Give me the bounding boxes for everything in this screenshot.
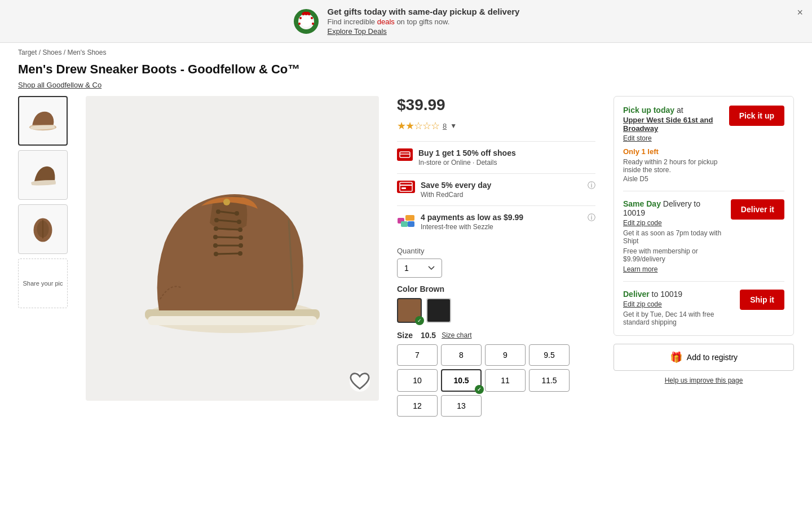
size-btn-11[interactable]: 11 (485, 369, 526, 392)
svg-rect-42 (405, 215, 414, 221)
sezzle-info-icon[interactable]: ⓘ (588, 213, 595, 223)
svg-rect-35 (148, 316, 317, 325)
pickup-title: Pick up today at (623, 106, 722, 115)
size-chart-link[interactable]: Size chart (442, 331, 471, 339)
size-label: Size 10.5 Size chart (397, 331, 595, 340)
svg-line-20 (217, 253, 239, 254)
wishlist-button[interactable] (350, 371, 370, 392)
color-swatch-black[interactable] (426, 298, 451, 323)
wreath-icon (293, 8, 320, 35)
page-header: Men's Drew Sneaker Boots - Goodfellow & … (0, 62, 812, 96)
learn-more-link[interactable]: Learn more (623, 265, 724, 273)
svg-point-21 (216, 209, 220, 214)
product-details: $39.99 ★★☆☆☆ 8 ▼ Buy 1 get 1 50% off sho… (392, 96, 600, 426)
size-btn-7[interactable]: 7 (397, 344, 438, 366)
size-btn-8[interactable]: 8 (441, 344, 482, 366)
shop-all-link[interactable]: Shop all Goodfellow & Co (18, 81, 102, 89)
svg-point-4 (304, 12, 308, 15)
svg-point-25 (213, 243, 218, 248)
thumbnail-3[interactable] (18, 204, 68, 254)
size-selected-check: ✓ (475, 385, 484, 394)
edit-zip-2-link[interactable]: Edit zip code (623, 300, 733, 308)
size-btn-115[interactable]: 11.5 (529, 369, 570, 392)
color-label: Color Brown (397, 284, 595, 294)
store-name[interactable]: Upper West Side 61st and Broadway (623, 116, 722, 133)
promo-banner: Get gifts today with same-day pickup & d… (0, 0, 812, 43)
page-title: Men's Drew Sneaker Boots - Goodfellow & … (18, 62, 794, 77)
svg-point-23 (214, 226, 218, 231)
add-to-registry-button[interactable]: 🎁 Add to registry (614, 344, 794, 371)
explore-deals-link[interactable]: Explore Top Deals (328, 27, 520, 36)
redcard-icon (397, 181, 415, 193)
ship-row: Deliver to 10019 Edit zip code Get it by… (623, 290, 784, 326)
thumbnail-rail: Share your pic (18, 96, 72, 426)
deals-link[interactable]: deals (377, 17, 395, 26)
banner-text: Get gifts today with same-day pickup & d… (328, 7, 520, 36)
edit-zip-1-link[interactable]: Edit zip code (623, 219, 724, 227)
svg-rect-36 (400, 152, 410, 157)
quantity-select[interactable]: 1 2 3 4 5 (397, 259, 442, 278)
quantity-section: Quantity 1 2 3 4 5 (397, 247, 595, 278)
thumbnail-1[interactable] (18, 96, 68, 146)
info-icon[interactable]: ⓘ (588, 181, 595, 191)
offer-sezzle: 4 payments as low as $9.99 Interest-free… (397, 205, 595, 238)
svg-point-32 (238, 251, 242, 256)
svg-point-26 (214, 252, 218, 256)
svg-point-7 (298, 23, 301, 25)
ship-text: Get it by Tue, Dec 14 with free standard… (623, 310, 733, 326)
color-swatches: ✓ (397, 298, 595, 323)
size-btn-10[interactable]: 10 (397, 369, 438, 392)
edit-store-link[interactable]: Edit store (623, 134, 722, 142)
offer-redcard: Save 5% every day With RedCard ⓘ (397, 173, 595, 205)
quantity-label: Quantity (397, 247, 595, 255)
banner-close-button[interactable]: × (797, 7, 803, 19)
svg-point-33 (223, 199, 230, 205)
breadcrumb: Target / Shoes / Men's Shoes (0, 43, 812, 62)
shipt-price: Free with membership or $9.99/delivery (623, 247, 724, 263)
help-improve-link[interactable]: Help us improve this page (614, 376, 794, 384)
rating-row: ★★☆☆☆ 8 ▼ (397, 120, 595, 132)
get-it-text: Get it as soon as 7pm today with Shipt (623, 229, 724, 245)
svg-rect-44 (408, 221, 414, 227)
color-swatch-brown[interactable]: ✓ (397, 298, 422, 323)
svg-point-28 (237, 220, 241, 224)
breadcrumb-mens-shoes[interactable]: Men's Shoes (67, 49, 106, 56)
product-image-svg (114, 130, 351, 367)
deliver-button[interactable]: Deliver it (731, 199, 784, 220)
ship-info: Deliver to 10019 Edit zip code Get it by… (623, 290, 733, 326)
svg-point-29 (238, 227, 242, 232)
size-btn-12[interactable]: 12 (397, 395, 438, 417)
thumbnail-2[interactable] (18, 150, 68, 200)
svg-point-5 (299, 17, 302, 19)
review-count[interactable]: 8 (443, 122, 447, 130)
svg-point-24 (213, 235, 218, 239)
svg-line-17 (217, 229, 239, 230)
breadcrumb-target[interactable]: Target (18, 49, 37, 56)
share-your-pic[interactable]: Share your pic (18, 259, 68, 308)
svg-point-27 (235, 211, 239, 216)
svg-point-8 (312, 23, 314, 25)
registry-icon: 🎁 (670, 351, 682, 364)
ship-button[interactable]: Ship it (740, 290, 784, 310)
offer-details-link[interactable]: Details (476, 159, 497, 167)
main-layout: Share your pic (0, 96, 812, 426)
ship-title: Deliver to 10019 (623, 290, 733, 299)
svg-point-1 (301, 16, 312, 27)
product-price: $39.99 (397, 96, 595, 114)
svg-point-30 (239, 235, 243, 240)
heart-icon (350, 263, 370, 426)
color-selected-check: ✓ (415, 316, 424, 325)
size-btn-105[interactable]: 10.5 ✓ (441, 369, 482, 392)
sameday-row: Same Day Delivery to 10019 Edit zip code… (623, 199, 784, 282)
size-btn-13[interactable]: 13 (441, 395, 482, 417)
offer-sezzle-text: 4 payments as low as $9.99 Interest-free… (421, 213, 523, 231)
banner-title: Get gifts today with same-day pickup & d… (328, 7, 520, 16)
size-btn-95[interactable]: 9.5 (529, 344, 570, 366)
breadcrumb-shoes[interactable]: Shoes (42, 49, 61, 56)
size-btn-9[interactable]: 9 (485, 344, 526, 366)
offer-bogo-text: Buy 1 get 1 50% off shoes In-store or On… (418, 148, 516, 167)
fulfillment-section: Pick up today at Upper West Side 61st an… (614, 96, 794, 336)
right-panel: Pick up today at Upper West Side 61st an… (614, 96, 794, 426)
pickup-button[interactable]: Pick it up (729, 106, 784, 126)
chevron-down-icon[interactable]: ▼ (450, 122, 457, 130)
